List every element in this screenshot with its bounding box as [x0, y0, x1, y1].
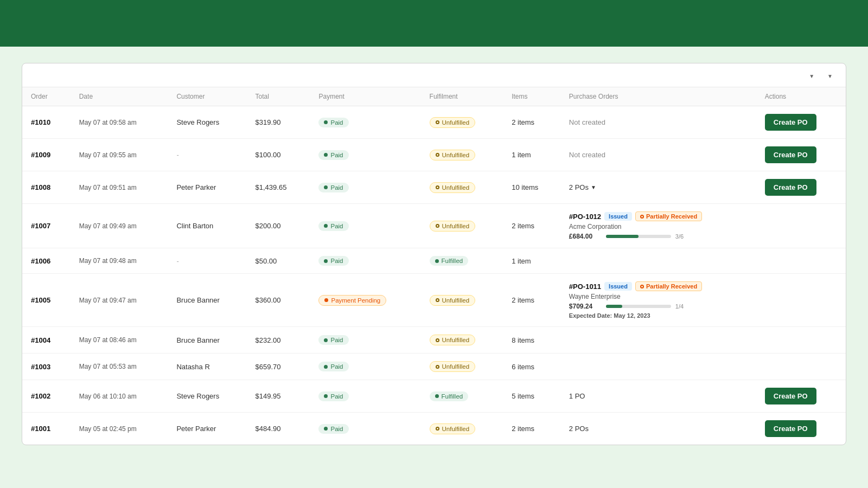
order-link[interactable]: #1008 [31, 183, 50, 191]
create-po-button[interactable]: Create PO [765, 114, 816, 131]
panel-actions: ▼ ▼ [796, 73, 833, 79]
table-row: #1004May 07 at 08:46 amBruce Banner$232.… [22, 327, 846, 354]
po-amount: $709.24 [569, 303, 602, 310]
order-payment: Paid [310, 171, 420, 204]
create-po-button[interactable]: Create PO [765, 420, 816, 437]
order-items: 10 items [503, 171, 560, 204]
order-payment: Paid [310, 106, 420, 139]
progress-bar-container [606, 305, 671, 308]
view-chevron-icon: ▼ [809, 73, 814, 79]
order-actions [756, 354, 846, 380]
order-link[interactable]: #1006 [31, 257, 50, 265]
po-cell: 1 PO [560, 380, 756, 413]
banner-subtitle [22, 21, 846, 34]
po-expanded: #PO-1012Issued Partially ReceivedAcme Co… [569, 211, 748, 240]
table-row: #1010May 07 at 09:58 amSteve Rogers$319.… [22, 106, 846, 139]
col-fulfilment: Fulfilment [421, 87, 503, 106]
create-po-button[interactable]: Create PO [765, 179, 816, 196]
po-supplier: Acme Corporation [569, 223, 748, 230]
order-fulfilment: Unfulfilled [421, 354, 503, 380]
table-row: #1003May 07 at 05:53 amNatasha R$659.70P… [22, 354, 846, 380]
order-customer: Steve Rogers [168, 380, 246, 413]
order-date: May 07 at 09:51 am [71, 171, 168, 204]
badge-unfulfilled: Unfulfilled [430, 221, 476, 232]
order-number: #1004 [22, 327, 71, 354]
unfulfilled-dot [436, 338, 439, 342]
table-row: #1005May 07 at 09:47 amBruce Banner$360.… [22, 274, 846, 327]
order-link[interactable]: #1002 [31, 392, 50, 400]
order-customer: Bruce Banner [168, 274, 246, 327]
customer-empty: - [176, 257, 178, 265]
order-date: May 07 at 09:47 am [71, 274, 168, 327]
progress-bar [606, 235, 639, 238]
order-date: May 07 at 09:58 am [71, 106, 168, 139]
order-fulfilment: Unfulfilled [421, 106, 503, 139]
order-fulfilment: Unfulfilled [421, 413, 503, 445]
order-link[interactable]: #1005 [31, 296, 50, 304]
badge-paid: Paid [318, 221, 348, 231]
order-payment: Paid [310, 204, 420, 248]
partial-dot [640, 285, 644, 288]
paid-dot [324, 224, 328, 228]
resources-chevron-icon: ▼ [827, 73, 833, 79]
create-po-button[interactable]: Create PO [765, 146, 816, 163]
paid-dot [324, 259, 328, 263]
table-row: #1006May 07 at 09:48 am-$50.00PaidFulfil… [22, 248, 846, 274]
po-cell: 2 POs [560, 413, 756, 445]
badge-paid: Paid [318, 118, 348, 127]
order-items: 1 item [503, 139, 560, 171]
status-badge-issued: Issued [604, 212, 632, 221]
order-customer: - [168, 248, 246, 274]
order-payment: Paid [310, 248, 420, 274]
order-link[interactable]: #1007 [31, 222, 50, 230]
po-header: #PO-1012Issued Partially Received [569, 211, 748, 221]
order-customer: Clint Barton [168, 204, 246, 248]
po-number[interactable]: #PO-1011 [569, 282, 601, 291]
resources-link[interactable]: ▼ [825, 73, 833, 79]
order-payment: Paid [310, 380, 420, 413]
order-date: May 05 at 02:45 pm [71, 413, 168, 445]
order-link[interactable]: #1001 [31, 425, 50, 433]
badge-unfulfilled: Unfulfilled [430, 150, 476, 160]
po-cell: 2 POs ▼ [560, 171, 756, 204]
badge-paid: Paid [318, 424, 348, 434]
badge-paid: Paid [318, 183, 348, 192]
order-number: #1009 [22, 139, 71, 171]
order-link[interactable]: #1004 [31, 336, 50, 344]
order-customer: Peter Parker [168, 413, 246, 445]
unfulfilled-dot [436, 224, 439, 228]
order-items: 6 items [503, 354, 560, 380]
order-number: #1008 [22, 171, 71, 204]
order-actions: Create PO [756, 380, 846, 413]
po-dropdown[interactable]: 2 POs ▼ [569, 183, 596, 191]
col-customer: Customer [168, 87, 246, 106]
order-actions [756, 248, 846, 274]
po-number[interactable]: #PO-1012 [569, 213, 601, 221]
po-cell [560, 248, 756, 274]
banner [0, 0, 868, 47]
order-items: 5 items [503, 380, 560, 413]
view-link[interactable]: ▼ [807, 73, 814, 79]
status-badge-issued: Issued [604, 282, 632, 291]
po-cell: #PO-1012Issued Partially ReceivedAcme Co… [560, 204, 756, 248]
badge-unfulfilled: Unfulfilled [430, 335, 476, 345]
col-total: Total [247, 87, 310, 106]
create-po-button[interactable]: Create PO [765, 388, 816, 404]
order-total: $149.95 [247, 380, 310, 413]
status-badge-partially-received: Partially Received [635, 281, 702, 291]
table-row: #1009May 07 at 09:55 am-$100.00PaidUnful… [22, 139, 846, 171]
progress-bar [606, 305, 622, 308]
order-total: $659.70 [247, 354, 310, 380]
order-number: #1010 [22, 106, 71, 139]
order-fulfilment: Fulfilled [421, 380, 503, 413]
po-amount: £684.00 [569, 233, 602, 240]
badge-paid: Paid [318, 150, 348, 160]
order-link[interactable]: #1009 [31, 151, 50, 159]
order-actions [756, 327, 846, 354]
table-row: #1007May 07 at 09:49 amClint Barton$200.… [22, 204, 846, 248]
order-link[interactable]: #1003 [31, 363, 50, 371]
po-expected-date: Expected Date: May 12, 2023 [569, 312, 748, 319]
order-fulfilment: Unfulfilled [421, 139, 503, 171]
order-link[interactable]: #1010 [31, 118, 50, 126]
status-badge-partially-received: Partially Received [635, 211, 702, 221]
